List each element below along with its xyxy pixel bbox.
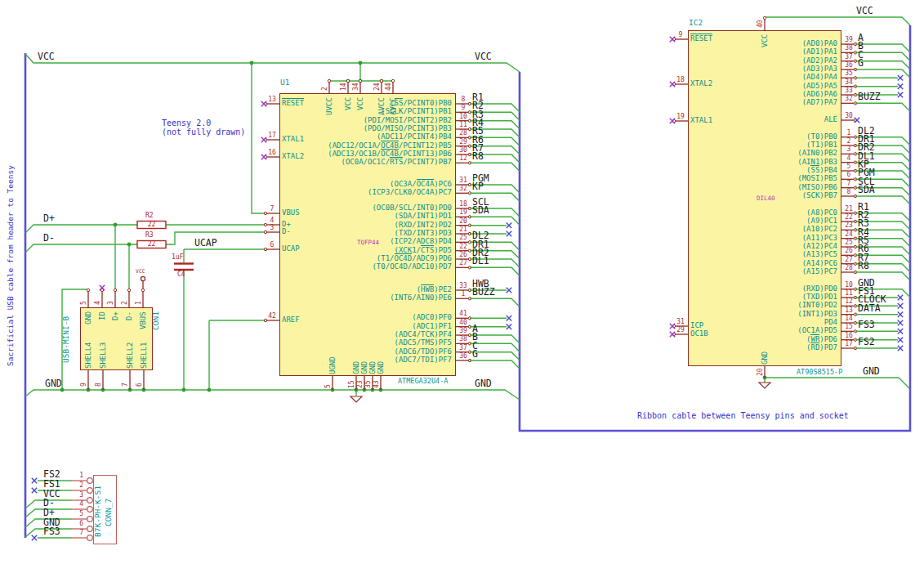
pin-name: SHELL3 (100, 342, 107, 369)
pin-number: 33 (842, 87, 855, 94)
pin-number: 12 (457, 155, 470, 162)
pin-number: 5 (325, 384, 332, 388)
pin-name: (AD1)PA1 (713, 48, 837, 56)
pin-name: VCC (357, 97, 364, 110)
pin-number: 25 (457, 235, 470, 241)
pin-name: VBUS (140, 311, 147, 329)
pin-name: (AD2)PA2 (713, 57, 837, 65)
pin-number: 21 (457, 226, 470, 233)
pin-name: PD4 (713, 319, 837, 326)
pin-number: 6 (842, 172, 855, 178)
note-teensy-line2: (not fully drawn) (162, 128, 245, 137)
net-label: DATA (858, 304, 881, 314)
pin-number: 18 (457, 201, 470, 208)
pin-number: 34 (842, 79, 855, 86)
pin-number: 9 (457, 105, 470, 111)
pin-name: (RXD/INT2)PD2 (328, 222, 452, 229)
component-value: 22 (137, 241, 166, 248)
pin-number: 4 (266, 217, 279, 224)
pin-number: 16 (842, 333, 855, 339)
pin-number: 41 (457, 311, 470, 317)
pin-name: UCAP (282, 245, 300, 253)
pin-number: 8 (842, 189, 855, 195)
net-label: R8 (472, 152, 484, 162)
pin-number: 5 (842, 163, 855, 170)
pin-name: (A14)PC6 (713, 260, 837, 267)
pin-name: (A13)PC5 (713, 251, 837, 258)
pin-name: (AIN0)PB2 (713, 150, 837, 157)
pin-name: VCC (345, 97, 352, 110)
ribbon-cable-caption: Ribbon cable between Teensy pins and soc… (637, 412, 849, 420)
pin-number: 15 (842, 324, 855, 330)
pin-name: (TXD)PD1 (713, 293, 837, 301)
pin-name: OC1B (690, 330, 708, 338)
pin-name: XTAL1 (282, 136, 304, 143)
component-ref: C4 (177, 271, 185, 278)
net-label: SDA (472, 206, 489, 216)
pin-number: 11 (457, 122, 470, 128)
net-label: UCAP (194, 239, 217, 248)
pin-number: 29 (674, 327, 687, 333)
pin-name: (MISO)PB6 (713, 184, 837, 191)
pin-number: 20 (757, 368, 764, 376)
pin-name: (INT6/AIN0)PE6 (328, 294, 452, 302)
pin-name: AVCC (378, 97, 386, 115)
component-ref: IC2 (689, 19, 703, 27)
pin-name: (A11)PC3 (713, 235, 837, 242)
component-value: 1uF (172, 254, 183, 261)
pin-name: XTAL2 (690, 80, 712, 87)
pin-name: GND (761, 351, 769, 365)
schematic-canvas: Teensy 2.0 (not fully drawn) Ribbon cabl… (0, 0, 924, 564)
pin-number: 44 (386, 83, 392, 91)
pin-name: GND (377, 361, 385, 374)
pin-name: (T0)PB0 (713, 133, 837, 141)
pin-number: 35 (842, 70, 855, 77)
pin-number: 2 (322, 87, 328, 91)
pin-number: 25 (842, 239, 855, 246)
net-label: FS2 (858, 338, 875, 347)
component-value: B7K-PH-K-S1 (94, 486, 102, 537)
pin-name: AVCC (390, 97, 397, 115)
net-label: VCC (475, 52, 492, 62)
pin-number: 3 (74, 492, 83, 499)
pin-number: 40 (457, 320, 470, 326)
gnd-symbol (759, 383, 770, 388)
pin-number: 30 (457, 147, 470, 154)
net-label: GND (45, 379, 62, 389)
pin-number: 7 (842, 181, 855, 187)
pin-number: 26 (457, 252, 470, 258)
pin-number: 3 (266, 225, 279, 231)
pin-name: (OC3A/OC4A)PC6 (328, 181, 452, 188)
net-label: GND (475, 379, 492, 389)
pin-name: UVCC (326, 97, 333, 115)
pin-name: SHELL1 (141, 342, 148, 369)
net-label: KP (472, 182, 484, 192)
pin-number: 6 (266, 242, 279, 248)
pin-number: 1 (74, 472, 83, 479)
pin-number: 3 (842, 146, 855, 153)
pin-name: (INT0)PD2 (713, 302, 837, 309)
pin-name: (ADC4/TCK)PF4 (328, 331, 452, 338)
component-ref: CON1 (152, 311, 160, 330)
pin-number: 18 (674, 77, 687, 83)
pin-number: 32 (457, 186, 470, 192)
pin-name: (ADC6/TDO)PF6 (328, 348, 452, 356)
pin-number: 39 (457, 328, 470, 334)
pin-number: 35 (365, 380, 372, 388)
component-value: AT90S8515-P (797, 369, 842, 376)
gnd-symbol (350, 396, 362, 402)
pin-number: 10 (842, 282, 855, 289)
pin-name: D- (282, 228, 291, 235)
pin-number: 19 (674, 114, 687, 120)
pin-name: D+ (112, 311, 119, 320)
pin-number: 27 (457, 260, 470, 266)
component-ref: R2 (145, 213, 154, 219)
pin-number: 19 (457, 209, 470, 216)
pin-number: 9 (81, 383, 87, 387)
pin-number: 7 (123, 383, 129, 387)
pin-name: (A10)PC2 (713, 226, 837, 233)
pin-name: (OC0B/SCL/INT0)PD0 (328, 204, 452, 212)
pin-name: (XCK1/CTS)PD5 (328, 247, 452, 254)
pin-name: ID (99, 311, 106, 320)
pin-name: (T1)PB1 (713, 141, 837, 149)
